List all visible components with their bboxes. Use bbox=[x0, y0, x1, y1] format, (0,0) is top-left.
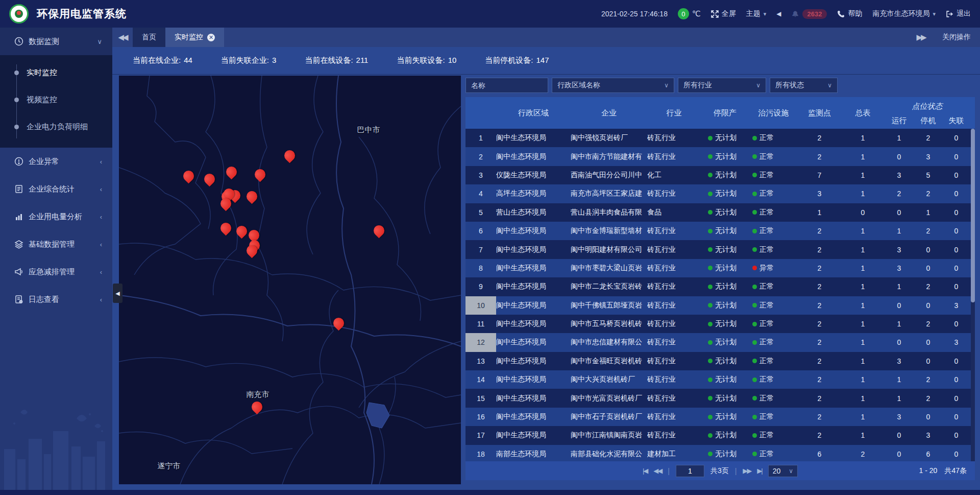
name-filter-field[interactable] bbox=[465, 78, 548, 93]
sidebar-collapse-handle[interactable]: ◀ bbox=[113, 284, 122, 303]
status-dot-icon bbox=[708, 452, 713, 456]
table-row[interactable]: 17阆中生态环境局阆中市江南镇阆南页岩砖瓦行业无计划正常21030 bbox=[465, 426, 975, 444]
cell-stopped-count: 0 bbox=[914, 240, 943, 258]
sidebar-item-video-monitor[interactable]: 视频监控 bbox=[0, 86, 112, 113]
cell-industry: 砖瓦行业 bbox=[647, 408, 701, 426]
stat-lost-enterprises: 当前失联企业:3 bbox=[221, 56, 277, 65]
cell-lost-count: 0 bbox=[943, 352, 970, 370]
cell-meter-count: 1 bbox=[841, 426, 885, 444]
status-dot-icon bbox=[708, 415, 713, 419]
table-row[interactable]: 10阆中生态环境局阆中千佛镇五郎垭页岩砖瓦行业无计划正常21003 bbox=[465, 296, 975, 315]
page-number-input[interactable] bbox=[676, 465, 704, 477]
theme-dropdown[interactable]: 主题 ▾ bbox=[746, 9, 767, 18]
page-size-select[interactable]: 20 ∨ bbox=[768, 465, 798, 477]
logout-button[interactable]: 退出 bbox=[946, 9, 971, 18]
next-page-button[interactable]: ▶▶ bbox=[743, 467, 751, 475]
cell-company: 南充市高坪区王家店建 bbox=[571, 184, 647, 203]
prev-page-button[interactable]: ◀◀ bbox=[653, 467, 662, 475]
cell-run-count: 3 bbox=[885, 408, 914, 426]
status-filter-value: 所有状态 bbox=[775, 81, 804, 90]
name-filter-input[interactable] bbox=[471, 81, 543, 89]
cell-run-count: 3 bbox=[885, 166, 914, 184]
tab-realtime-monitor[interactable]: 实时监控 ✕ bbox=[165, 28, 224, 47]
industry-filter-select[interactable]: 所有行业 ∨ bbox=[678, 78, 766, 93]
sidebar-item-label: 日志查看 bbox=[29, 295, 59, 304]
table-row[interactable]: 1阆中生态环境局阆中强锐页岩砖厂砖瓦行业无计划正常21120 bbox=[465, 129, 975, 147]
tabs-scroll-left-button[interactable]: ◀◀ bbox=[112, 28, 133, 47]
sidebar: 数据监测 ∨ 实时监控 视频监控 企业电力负荷明细 企业异常 ‹ 企业综合统计 … bbox=[0, 28, 112, 495]
first-page-button[interactable]: |◀ bbox=[643, 467, 647, 475]
cell-industry: 砖瓦行业 bbox=[647, 426, 701, 444]
status-dot-icon bbox=[752, 192, 757, 196]
map-panel[interactable]: 巴中市南充市遂宁市 bbox=[119, 76, 461, 484]
bar-chart-icon bbox=[14, 212, 23, 221]
table-row[interactable]: 2阆中生态环境局阆中市南方节能建材有砖瓦行业无计划正常21030 bbox=[465, 147, 975, 166]
table-row[interactable]: 14阆中生态环境局阆中大兴页岩机砖厂砖瓦行业无计划正常21120 bbox=[465, 370, 975, 389]
table-row[interactable]: 6阆中生态环境局阆中市金博瑞新型墙材砖瓦行业无计划正常21120 bbox=[465, 222, 975, 240]
cell-run-count: 1 bbox=[885, 129, 914, 147]
sidebar-item-power-load-detail[interactable]: 企业电力负荷明细 bbox=[0, 113, 112, 140]
table-row[interactable]: 4高坪生态环境局南充市高坪区王家店建砖瓦行业无计划正常31220 bbox=[465, 184, 975, 203]
region-filter-select[interactable]: 行政区域名称 ∨ bbox=[552, 78, 674, 93]
table-row[interactable]: 8阆中生态环境局阆中市枣碧大梁山页岩砖瓦行业无计划异常21300 bbox=[465, 259, 975, 277]
tab-home[interactable]: 首页 bbox=[133, 28, 165, 47]
cell-region: 阆中生态环境局 bbox=[496, 352, 571, 370]
app-title: 环保用电监管系统 bbox=[37, 7, 127, 21]
status-filter-select[interactable]: 所有状态 ∨ bbox=[770, 78, 838, 93]
cell-lost-count: 0 bbox=[943, 129, 970, 147]
sidebar-item-power-analysis[interactable]: 企业用电量分析 ‹ bbox=[0, 203, 112, 230]
cell-stopped-count: 0 bbox=[914, 296, 943, 315]
chevron-down-icon: ∨ bbox=[97, 38, 102, 45]
scrollbar-thumb[interactable] bbox=[971, 129, 975, 302]
table-row[interactable]: 16阆中生态环境局阆中市石子页岩机砖厂砖瓦行业无计划正常21300 bbox=[465, 408, 975, 426]
sidebar-item-log-view[interactable]: 日志查看 ‹ bbox=[0, 286, 112, 313]
table-row[interactable]: 3仪陇生态环境局西南油气田分公司川中化工无计划正常71350 bbox=[465, 166, 975, 184]
sidebar-item-enterprise-stats[interactable]: 企业综合统计 ‹ bbox=[0, 175, 112, 203]
table-row[interactable]: 11阆中生态环境局阆中市五马桥页岩机砖砖瓦行业无计划正常21120 bbox=[465, 315, 975, 333]
close-operations-button[interactable]: 关闭操作 bbox=[942, 33, 971, 42]
status-dot-icon bbox=[752, 210, 757, 215]
table-row[interactable]: 15阆中生态环境局阆中市光富页岩机砖厂砖瓦行业无计划正常21120 bbox=[465, 389, 975, 407]
table-row[interactable]: 9阆中生态环境局阆中市二龙长宝页岩砖砖瓦行业无计划正常21120 bbox=[465, 277, 975, 296]
sidebar-item-realtime-monitor[interactable]: 实时监控 bbox=[0, 59, 112, 86]
sidebar-item-emergency-reduction[interactable]: 应急减排管理 ‹ bbox=[0, 258, 112, 286]
cell-meter-count: 2 bbox=[841, 445, 885, 461]
theme-label: 主题 bbox=[746, 9, 761, 18]
table-row[interactable]: 5营山生态环境局营山县润丰肉食品有限食品无计划正常10010 bbox=[465, 203, 975, 222]
cell-run-count: 1 bbox=[885, 370, 914, 389]
tab-close-icon[interactable]: ✕ bbox=[207, 34, 215, 41]
sidebar-item-base-data[interactable]: 基础数据管理 ‹ bbox=[0, 230, 112, 258]
table-row[interactable]: 13阆中生态环境局阆中市金福旺页岩机砖砖瓦行业无计划正常21300 bbox=[465, 352, 975, 370]
table-row[interactable]: 12阆中生态环境局阆中市忠信建材有限公砖瓦行业无计划正常21003 bbox=[465, 333, 975, 351]
cell-index: 18 bbox=[465, 445, 496, 461]
alert-circle-icon bbox=[14, 157, 23, 166]
mute-button[interactable]: ◀ bbox=[776, 10, 781, 17]
cell-monitor-count: 2 bbox=[798, 129, 841, 147]
fullscreen-button[interactable]: 全屏 bbox=[711, 9, 736, 18]
cell-index: 4 bbox=[465, 184, 496, 203]
last-page-button[interactable]: ▶| bbox=[757, 467, 762, 475]
status-dot-icon bbox=[708, 154, 713, 159]
cell-monitor-count: 2 bbox=[798, 259, 841, 277]
status-dot-icon bbox=[708, 359, 713, 363]
app-header: 环保用电监管系统 2021-02-25 17:46:18 0 ℃ 全屏 主题 ▾… bbox=[0, 0, 980, 28]
table-row[interactable]: 18南部生态环境局南部县础化水泥有限公建材加工无计划正常62060 bbox=[465, 445, 975, 461]
sidebar-item-enterprise-abnormal[interactable]: 企业异常 ‹ bbox=[0, 148, 112, 175]
logo-emblem bbox=[15, 10, 23, 18]
tabs-scroll-right-button[interactable]: ▶▶ bbox=[911, 33, 931, 42]
cell-company: 阆中千佛镇五郎垭页岩 bbox=[571, 296, 647, 315]
table-row[interactable]: 7阆中生态环境局阆中明阳建材有限公司砖瓦行业无计划正常21300 bbox=[465, 240, 975, 258]
sidebar-item-data-monitor[interactable]: 数据监测 ∨ bbox=[0, 28, 112, 55]
cell-region: 阆中生态环境局 bbox=[496, 147, 571, 166]
map-city-label: 巴中市 bbox=[357, 125, 380, 134]
help-button[interactable]: 帮助 bbox=[837, 9, 862, 18]
cell-stopped-count: 2 bbox=[914, 222, 943, 240]
cell-facility-status: 异常 bbox=[749, 259, 798, 277]
notifications[interactable]: 🔔︎ 2632 bbox=[792, 9, 827, 19]
cell-stop-status: 无计划 bbox=[701, 370, 749, 389]
cell-company: 阆中大兴页岩机砖厂 bbox=[571, 370, 647, 389]
table-scrollbar[interactable] bbox=[971, 129, 975, 461]
cell-facility-status: 正常 bbox=[749, 333, 798, 351]
organization-dropdown[interactable]: 南充市生态环境局 ▾ bbox=[872, 9, 936, 18]
cell-stopped-count: 6 bbox=[914, 445, 943, 461]
